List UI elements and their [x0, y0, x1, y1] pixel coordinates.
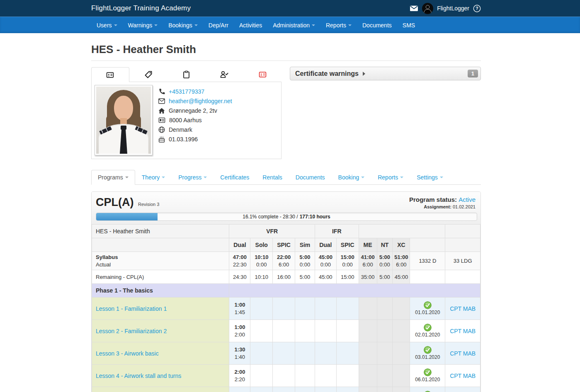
- completed-check-icon: [424, 324, 432, 332]
- contact-city-row: 8000 Aarhus: [158, 117, 232, 123]
- empty-group-header: [359, 225, 445, 238]
- instructor-link[interactable]: CPT MAB: [450, 305, 476, 312]
- lesson-row: Lesson 2 - Familiarization 2 1:002:00 02…: [92, 320, 481, 342]
- lesson-link[interactable]: Lesson 2 - Familiarization 2: [96, 328, 167, 334]
- tab-progress[interactable]: Progress: [172, 170, 214, 185]
- chevron-down-icon: [125, 177, 129, 178]
- tab-documents[interactable]: Documents: [289, 170, 332, 185]
- program-revision: Revision 3: [138, 202, 159, 207]
- remaining-label: Remaining - CPL(A): [92, 270, 229, 284]
- landings-day: 1332 D: [410, 252, 445, 270]
- profile-card: +4531779337 heather@flightlogger.net Grø…: [91, 67, 282, 159]
- syllabus-label: Syllabus: [96, 254, 229, 261]
- certificate-warnings-panel[interactable]: Certificate warnings 1: [290, 67, 481, 80]
- chevron-down-icon: [194, 24, 198, 26]
- lesson-date: 03.01.2020: [410, 355, 445, 360]
- phone-icon: [158, 88, 165, 95]
- lesson-link[interactable]: Lesson 3 - Airwork basic: [96, 350, 159, 357]
- nav-users[interactable]: Users: [91, 17, 123, 33]
- svg-text:?: ?: [476, 6, 478, 11]
- tab-rentals[interactable]: Rentals: [256, 170, 289, 185]
- nav-reports[interactable]: Reports: [320, 17, 357, 33]
- lesson-date: 01.01.2020: [410, 310, 445, 315]
- lesson-row: Lesson 4 - Airwork stall and turns 2:002…: [92, 365, 481, 387]
- tab-theory[interactable]: Theory: [135, 170, 172, 185]
- user-name[interactable]: FlightLogger: [437, 5, 469, 12]
- program-status-label: Program status:: [409, 196, 457, 203]
- nav-documents[interactable]: Documents: [357, 17, 397, 33]
- landings-total: 33 LDG: [445, 252, 481, 270]
- tab-booking[interactable]: Booking: [332, 170, 371, 185]
- phase-row: Phase 1 - The basics: [92, 284, 481, 298]
- tab-reports[interactable]: Reports: [371, 170, 410, 185]
- help-icon[interactable]: ?: [473, 5, 481, 12]
- chevron-down-icon: [348, 24, 352, 26]
- assignment-label: Assignment:: [424, 204, 451, 209]
- id-card-icon: [106, 71, 114, 79]
- syllabus-table: HES - Heather Smith VFR IFR Dual Solo SP…: [92, 224, 481, 392]
- profile-tab-strip: [91, 67, 282, 82]
- tab-programs[interactable]: Programs: [91, 170, 135, 185]
- profile-tab-notes[interactable]: [167, 67, 206, 82]
- vfr-group-header: VFR: [229, 225, 315, 238]
- program-progress-bar: 16.1% complete - 28:30 /177:10 hours: [96, 213, 477, 221]
- nav-warnings[interactable]: Warnings: [123, 17, 163, 33]
- tab-certificates[interactable]: Certificates: [214, 170, 256, 185]
- certificate-warnings-title: Certificate warnings: [295, 70, 359, 77]
- col-nt: NT: [377, 238, 393, 252]
- birthday-icon: [158, 136, 165, 143]
- lesson-row: Lesson 5 - Airwork stall and turns 2:002…: [92, 387, 481, 392]
- messages-icon[interactable]: [410, 5, 418, 12]
- completed-check-icon: [424, 346, 432, 354]
- globe-icon: [158, 126, 165, 133]
- lesson-row: Lesson 1 - Familiarization 1 1:001:45 01…: [92, 298, 481, 320]
- student-tabs: Programs Theory Progress Certificates Re…: [91, 170, 481, 185]
- program-panel: CPL(A) Revision 3 Program status: Active…: [91, 191, 481, 392]
- birthdate-text: 01.03.1996: [169, 136, 198, 143]
- program-status-value[interactable]: Active: [459, 196, 476, 203]
- email-link[interactable]: heather@flightlogger.net: [169, 98, 232, 104]
- profile-tab-contact[interactable]: [91, 67, 129, 82]
- chevron-down-icon: [154, 24, 158, 26]
- table-header-columns: Dual Solo SPIC Sim Dual SPIC ME NT XC: [92, 238, 481, 252]
- completed-check-icon: [424, 301, 432, 309]
- profile-tab-certificate-warnings[interactable]: [243, 67, 282, 82]
- chevron-right-icon: [363, 72, 365, 76]
- nav-dep-arr[interactable]: Dep/Arr: [203, 17, 234, 33]
- profile-tab-user-status[interactable]: [205, 67, 243, 82]
- contact-email-row: heather@flightlogger.net: [158, 98, 232, 104]
- nav-sms[interactable]: SMS: [397, 17, 420, 33]
- instructor-link[interactable]: CPT MAB: [450, 373, 476, 379]
- ifr-group-header: IFR: [315, 225, 359, 238]
- instructor-link[interactable]: CPT MAB: [450, 350, 476, 357]
- lesson-date: 02.01.2020: [410, 332, 445, 338]
- lesson-date: 06.01.2020: [410, 377, 445, 382]
- col-vfr-dual: Dual: [229, 238, 250, 252]
- chevron-down-icon: [114, 24, 117, 26]
- contact-birthdate-row: 01.03.1996: [158, 136, 232, 143]
- table-header-groups: HES - Heather Smith VFR IFR: [92, 225, 481, 238]
- phone-link[interactable]: +4531779337: [169, 88, 204, 95]
- nav-administration[interactable]: Administration: [267, 17, 320, 33]
- avatar[interactable]: [422, 3, 433, 14]
- id-card-warning-icon: [258, 71, 267, 78]
- col-ifr-spic: SPIC: [336, 238, 359, 252]
- profile-tab-tags[interactable]: [129, 67, 167, 82]
- chevron-down-icon: [204, 177, 207, 178]
- top-header-bar: FlightLogger Training Academy FlightLogg…: [0, 0, 580, 17]
- program-name: CPL(A): [96, 196, 133, 208]
- phase-label: Phase 1 - The basics: [92, 284, 229, 298]
- lesson-link[interactable]: Lesson 1 - Familiarization 1: [96, 305, 167, 312]
- tag-icon: [144, 70, 153, 79]
- instructor-link[interactable]: CPT MAB: [450, 328, 476, 334]
- lesson-link[interactable]: Lesson 4 - Airwork stall and turns: [96, 373, 181, 379]
- nav-bookings[interactable]: Bookings: [163, 17, 203, 33]
- actual-label: Actual: [96, 261, 229, 269]
- country-text: Denmark: [169, 126, 192, 133]
- certificate-warnings-count-badge: 1: [468, 70, 478, 77]
- col-me: ME: [359, 238, 377, 252]
- tab-settings[interactable]: Settings: [410, 170, 450, 185]
- user-check-icon: [220, 70, 229, 78]
- nav-activities[interactable]: Activities: [234, 17, 267, 33]
- clipboard-icon: [182, 70, 190, 79]
